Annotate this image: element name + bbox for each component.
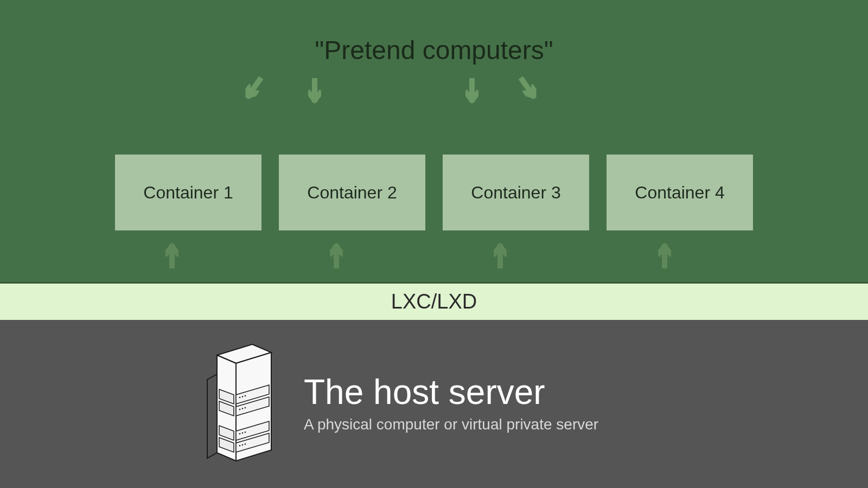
container-box: Container 3 bbox=[443, 155, 589, 230]
svg-point-10 bbox=[242, 444, 244, 446]
svg-point-1 bbox=[242, 396, 244, 397]
top-arrows-group bbox=[0, 70, 868, 114]
host-subtitle: A physical computer or virtual private s… bbox=[304, 416, 598, 433]
container-label: Container 3 bbox=[471, 183, 560, 203]
containers-row: Container 1 Container 2 Container 3 Cont… bbox=[0, 155, 868, 230]
middleware-band: LXC/LXD bbox=[0, 282, 868, 320]
bottom-arrows-group bbox=[0, 236, 868, 279]
arrow-down-icon bbox=[465, 78, 478, 111]
svg-point-9 bbox=[239, 445, 241, 447]
arrow-up-icon bbox=[494, 236, 507, 268]
server-rack-icon bbox=[206, 342, 277, 466]
container-box: Container 1 bbox=[115, 155, 261, 230]
top-section: "Pretend computers" Container 1 Containe… bbox=[0, 0, 868, 282]
arrow-up-icon bbox=[330, 236, 343, 268]
svg-point-0 bbox=[239, 397, 241, 399]
svg-point-5 bbox=[245, 407, 246, 409]
host-title: The host server bbox=[304, 375, 598, 409]
container-label: Container 1 bbox=[143, 183, 233, 203]
svg-point-8 bbox=[245, 432, 246, 433]
container-box: Container 4 bbox=[607, 155, 753, 230]
container-label: Container 2 bbox=[307, 183, 397, 203]
arrow-down-icon bbox=[515, 74, 545, 108]
host-text-block: The host server A physical computer or v… bbox=[304, 375, 598, 433]
container-label: Container 4 bbox=[635, 183, 724, 203]
arrow-up-icon bbox=[165, 236, 178, 268]
arrow-down-icon bbox=[308, 78, 321, 111]
svg-point-3 bbox=[239, 409, 241, 410]
arrow-down-icon bbox=[237, 74, 266, 108]
arrow-up-icon bbox=[658, 236, 671, 268]
svg-point-2 bbox=[245, 395, 246, 397]
svg-point-6 bbox=[239, 433, 241, 435]
host-section: The host server A physical computer or v… bbox=[0, 320, 868, 488]
svg-point-4 bbox=[242, 408, 244, 409]
middleware-label: LXC/LXD bbox=[391, 290, 477, 313]
container-box: Container 2 bbox=[279, 155, 425, 230]
svg-point-11 bbox=[245, 444, 246, 445]
diagram-title: "Pretend computers" bbox=[315, 35, 553, 65]
svg-point-7 bbox=[242, 432, 244, 434]
